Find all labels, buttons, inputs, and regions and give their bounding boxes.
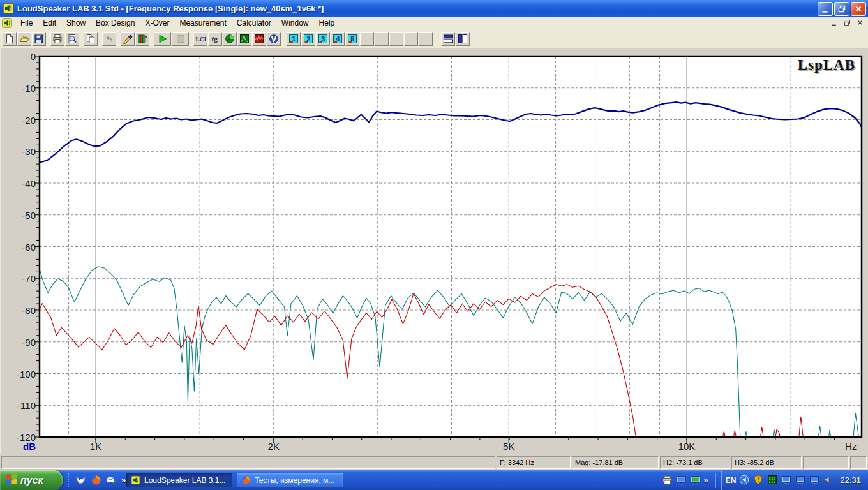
tray-network-1-icon[interactable]: [781, 475, 792, 486]
preview-icon: [67, 34, 77, 44]
tray-language-bar-icon[interactable]: [739, 475, 750, 486]
generator-setup-button[interactable]: [121, 32, 135, 46]
y-tick-label: -110: [9, 400, 36, 411]
tray-computer-1-icon[interactable]: [676, 475, 687, 486]
tray-overflow-chevron[interactable]: »: [704, 475, 708, 485]
y-tick-label: -20: [9, 115, 36, 126]
undo-icon: [104, 34, 114, 44]
language-indicator[interactable]: EN: [726, 476, 737, 485]
menu-measurement[interactable]: Measurement: [174, 17, 231, 29]
num-3-icon: 3: [318, 34, 328, 44]
start-measurement-button[interactable]: [154, 32, 171, 46]
tray-divider: [714, 473, 716, 488]
svg-text:3: 3: [321, 35, 325, 43]
y-tick-label: 0: [9, 51, 36, 62]
print-button[interactable]: [50, 32, 64, 46]
tray-computer-2-icon[interactable]: [690, 475, 701, 486]
tray-network-3-icon[interactable]: [809, 475, 820, 486]
svg-text:fg: fg: [212, 35, 218, 43]
mdi-window-controls: [829, 18, 865, 27]
app-icon: [3, 3, 14, 14]
copy-icon: [86, 34, 96, 44]
undo-button: [102, 32, 116, 46]
over10-button: [419, 32, 433, 46]
open-folder-icon: [19, 34, 29, 44]
overlay-2-button[interactable]: 2: [301, 32, 315, 46]
window-title: LoudSpeaker LAB 3.1 Std - [Frequency Res…: [17, 4, 324, 13]
menu-calculator[interactable]: Calculator: [232, 17, 276, 29]
tile-horizontal-button[interactable]: [441, 32, 455, 46]
phase-icon: [225, 34, 235, 44]
save-button[interactable]: [32, 32, 46, 46]
overlay-1-button[interactable]: 1: [287, 32, 301, 46]
copy-button[interactable]: [84, 32, 98, 46]
x-tick-label: 10K: [678, 441, 696, 452]
y-tick-label: -100: [9, 369, 36, 380]
menu-show[interactable]: Show: [61, 17, 91, 29]
close-button-icon[interactable]: [851, 2, 866, 16]
menubar: FileEditShowBox DesignX-OverMeasurementC…: [0, 17, 868, 29]
mdi-minimize-icon[interactable]: [829, 18, 840, 27]
y-tick-label: -90: [9, 337, 36, 348]
signal-generator-button[interactable]: fg: [208, 32, 222, 46]
tray-printer-icon[interactable]: [662, 475, 673, 486]
overlay-5-button[interactable]: 5: [345, 32, 359, 46]
overlay-4-button[interactable]: 4: [331, 32, 345, 46]
minimize-button-icon[interactable]: [818, 2, 833, 16]
tray-network-2-icon[interactable]: [795, 475, 806, 486]
window-controls: [818, 2, 866, 16]
restore-button-icon[interactable]: [834, 2, 849, 16]
impulse-response-button[interactable]: [237, 32, 251, 46]
taskbar-grip: [68, 473, 71, 487]
quicklaunch-firefox-icon[interactable]: [91, 475, 101, 486]
num-2-icon: 2: [303, 34, 313, 44]
signal-analyzer-button[interactable]: [252, 32, 266, 46]
y-tick-label: -60: [9, 242, 36, 253]
menu-help[interactable]: Help: [314, 17, 340, 29]
thd-meter-button[interactable]: [267, 32, 281, 46]
tray-volume-icon[interactable]: [823, 475, 834, 486]
menu-box-design[interactable]: Box Design: [91, 17, 140, 29]
menu-edit[interactable]: Edit: [38, 17, 61, 29]
tray-grid-app-icon[interactable]: [767, 475, 778, 486]
lcr-meter-button[interactable]: LCR: [193, 32, 207, 46]
blank-icon: [421, 34, 431, 44]
print-preview-button[interactable]: [65, 32, 79, 46]
plot-area[interactable]: [1, 48, 868, 454]
impulse-icon: [239, 34, 250, 44]
lcr-icon: LCR: [195, 34, 206, 44]
y-tick-label: -80: [9, 305, 36, 316]
x-axis-unit: Hz: [845, 441, 857, 452]
overlay-3-button[interactable]: 3: [316, 32, 330, 46]
task-label: Тесты, измерения, м...: [255, 476, 334, 485]
y-tick-label: -10: [9, 83, 36, 94]
taskbar-task-2[interactable]: Тесты, измерения, м...: [237, 473, 343, 487]
mdi-restore-icon[interactable]: [842, 18, 853, 27]
y-tick-label: -70: [9, 273, 36, 284]
taskbar-task-1[interactable]: LoudSpeaker LAB 3.1...: [126, 473, 232, 487]
tile-vertical-button[interactable]: [456, 32, 470, 46]
quicklaunch-fox-icon[interactable]: [75, 475, 86, 486]
svg-text:LCR: LCR: [196, 36, 206, 42]
menu-x-over[interactable]: X-Over: [140, 17, 174, 29]
x-tick-label: 5K: [503, 441, 514, 452]
status-h2: H2: -73.1 dB: [660, 456, 730, 469]
new-file-button[interactable]: [3, 32, 17, 46]
menu-file[interactable]: File: [15, 17, 38, 29]
open-file-button[interactable]: [17, 32, 31, 46]
start-label: пуск: [20, 475, 43, 486]
menu-window[interactable]: Window: [276, 17, 314, 29]
quicklaunch-mail-icon[interactable]: [106, 475, 117, 486]
num-1-icon: 1: [288, 34, 299, 44]
play-icon: [158, 34, 168, 44]
system-tray: »EN22:31: [662, 470, 868, 490]
levels-button[interactable]: [135, 32, 149, 46]
fg-icon: fg: [210, 34, 220, 44]
start-button[interactable]: пуск: [0, 470, 63, 490]
gen-setup-icon: [123, 34, 133, 44]
phase-meter-button[interactable]: [223, 32, 237, 46]
stop-icon: [176, 34, 186, 44]
tray-security-shield-icon[interactable]: [753, 475, 764, 486]
quicklaunch-overflow-chevron[interactable]: »: [121, 475, 126, 485]
mdi-close-icon[interactable]: [855, 18, 865, 27]
